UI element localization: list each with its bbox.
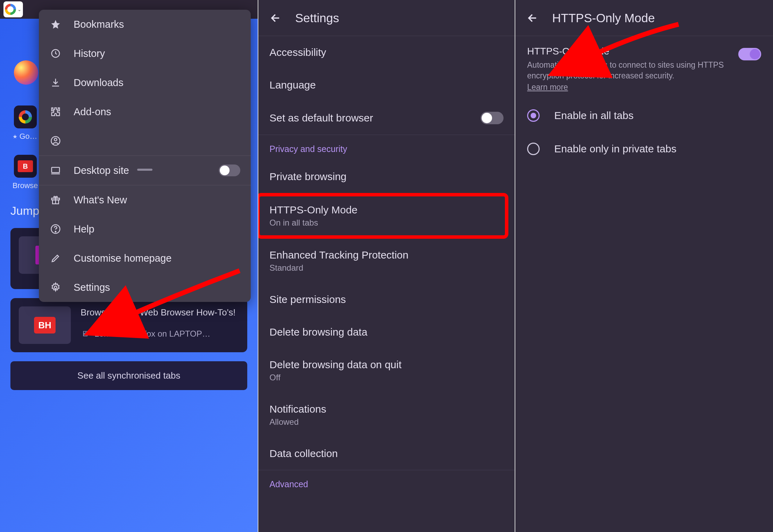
- radio-label: Enable only in private tabs: [554, 143, 676, 155]
- menu-label: What's New: [74, 194, 127, 206]
- settings-sublabel: Standard: [269, 263, 408, 273]
- firefox-logo-icon: [14, 60, 38, 85]
- settings-label: Language: [269, 79, 316, 91]
- settings-label: Enhanced Tracking Protection: [269, 249, 408, 261]
- settings-header: Settings: [258, 0, 515, 36]
- menu-history[interactable]: History: [39, 39, 251, 68]
- svg-point-7: [55, 231, 56, 232]
- svg-point-8: [54, 286, 57, 289]
- settings-language[interactable]: Language: [258, 69, 515, 101]
- overflow-menu: Bookmarks History Downloads Add-ons Desk…: [39, 10, 251, 302]
- https-only-option: HTTPS-Only Mode Automatically attempts t…: [515, 36, 773, 99]
- device-icon: 🖥: [81, 329, 90, 338]
- settings-data-collection[interactable]: Data collection: [258, 437, 515, 470]
- card-title: BrowserHow - Web Browser How-To's!: [81, 306, 239, 319]
- laptop-icon: [49, 164, 62, 177]
- star-icon: [49, 18, 62, 31]
- menu-help[interactable]: Help: [39, 214, 251, 244]
- radio-icon: [527, 109, 540, 122]
- desktop-site-toggle[interactable]: [219, 164, 240, 176]
- menu-label: Downloads: [74, 77, 123, 88]
- menu-settings[interactable]: Settings: [39, 273, 251, 302]
- radio-enable-all-tabs[interactable]: Enable in all tabs: [515, 99, 773, 132]
- back-button[interactable]: [269, 11, 283, 25]
- menu-label: Desktop site: [74, 165, 129, 176]
- recent-card[interactable]: BH BrowserHow - Web Browser How-To's! 🖥L…: [10, 298, 247, 352]
- settings-label: Site permissions: [269, 294, 346, 305]
- settings-label: Delete browsing data: [269, 326, 367, 338]
- https-only-header: HTTPS-Only Mode: [515, 0, 773, 36]
- search-engine-chip[interactable]: ⌄: [3, 1, 23, 17]
- settings-label: Delete browsing data on quit: [269, 359, 401, 371]
- settings-sublabel: Allowed: [269, 417, 326, 427]
- settings-sublabel: On in all tabs: [269, 218, 357, 228]
- svg-point-2: [54, 138, 57, 141]
- menu-account[interactable]: [39, 126, 251, 155]
- menu-whats-new[interactable]: What's New: [39, 185, 251, 214]
- see-all-synced-tabs-button[interactable]: See all synchronised tabs: [10, 361, 247, 390]
- section-advanced: Advanced: [258, 470, 515, 496]
- settings-https-only-mode[interactable]: HTTPS-Only Mode On in all tabs: [260, 196, 505, 235]
- settings-enhanced-tracking-protection[interactable]: Enhanced Tracking Protection Standard: [258, 239, 515, 283]
- account-icon: [49, 135, 62, 147]
- settings-label: HTTPS-Only Mode: [269, 204, 357, 216]
- card-thumbnail: BH: [19, 306, 71, 344]
- gear-icon: [49, 281, 62, 294]
- google-icon: [5, 4, 16, 15]
- settings-default-browser[interactable]: Set as default browser: [258, 101, 515, 135]
- settings-site-permissions[interactable]: Site permissions: [258, 283, 515, 316]
- top-site-browserhow[interactable]: B: [14, 155, 37, 178]
- settings-accessibility[interactable]: Accessibility: [258, 36, 515, 69]
- menu-label: Bookmarks: [74, 19, 124, 30]
- brush-icon: [49, 252, 62, 264]
- highlight-box: HTTPS-Only Mode On in all tabs: [258, 193, 508, 239]
- menu-label: Customise homepage: [74, 253, 172, 264]
- section-privacy-security: Privacy and security: [258, 135, 515, 160]
- chevron-down-icon: ⌄: [17, 7, 22, 12]
- settings-label: Private browsing: [269, 171, 347, 183]
- option-title: HTTPS-Only Mode: [527, 46, 730, 57]
- clock-icon: [49, 47, 62, 60]
- page-title: HTTPS-Only Mode: [552, 11, 655, 25]
- settings-sublabel: Off: [269, 373, 401, 382]
- back-button[interactable]: [526, 11, 540, 25]
- menu-label: Add-ons: [74, 106, 111, 118]
- menu-customise-homepage[interactable]: Customise homepage: [39, 244, 251, 273]
- svg-rect-3: [52, 167, 60, 172]
- menu-downloads[interactable]: Downloads: [39, 68, 251, 97]
- menu-addons[interactable]: Add-ons: [39, 97, 251, 126]
- page-title: Settings: [295, 11, 339, 25]
- option-description: Automatically attempts to connect to sit…: [527, 60, 730, 81]
- radio-icon: [527, 143, 540, 155]
- menu-label: Help: [74, 223, 94, 235]
- help-icon: [49, 223, 62, 235]
- menu-label: History: [74, 48, 105, 59]
- radio-label: Enable in all tabs: [554, 110, 634, 121]
- settings-label: Accessibility: [269, 47, 326, 58]
- menu-label: Settings: [74, 282, 110, 293]
- card-url: Lenovo's Firefox on LAPTOP…: [94, 329, 210, 339]
- top-site-google[interactable]: [14, 105, 37, 128]
- settings-private-browsing[interactable]: Private browsing: [258, 160, 515, 193]
- settings-delete-browsing-data[interactable]: Delete browsing data: [258, 316, 515, 348]
- sheet-handle[interactable]: [137, 169, 152, 171]
- radio-enable-private-tabs[interactable]: Enable only in private tabs: [515, 132, 773, 166]
- puzzle-icon: [49, 105, 62, 118]
- https-only-toggle[interactable]: [738, 48, 761, 60]
- pin-icon: ★: [13, 133, 17, 140]
- settings-label: Notifications: [269, 403, 326, 415]
- settings-label: Data collection: [269, 448, 338, 459]
- settings-label: Set as default browser: [269, 112, 373, 124]
- download-icon: [49, 76, 62, 89]
- default-browser-toggle[interactable]: [481, 112, 504, 124]
- settings-delete-on-quit[interactable]: Delete browsing data on quit Off: [258, 348, 515, 393]
- learn-more-link[interactable]: Learn more: [527, 83, 568, 92]
- gift-icon: [49, 194, 62, 206]
- settings-notifications[interactable]: Notifications Allowed: [258, 393, 515, 437]
- menu-bookmarks[interactable]: Bookmarks: [39, 10, 251, 39]
